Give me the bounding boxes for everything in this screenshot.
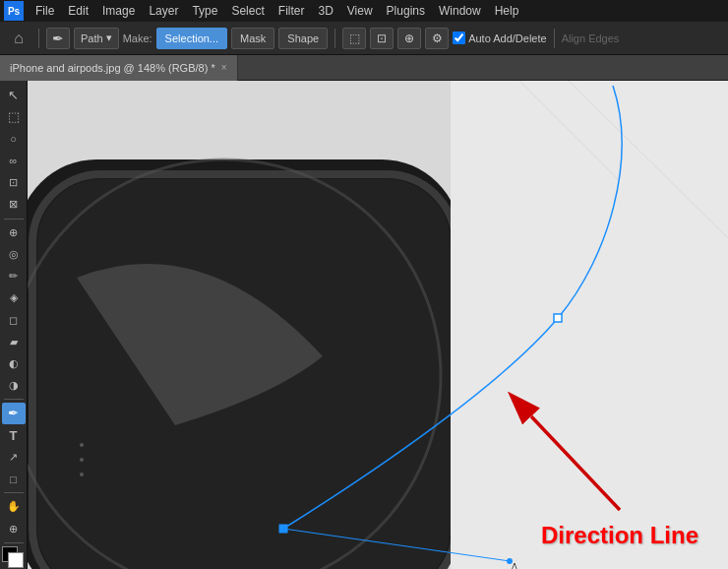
- menu-plugins[interactable]: Plugins: [381, 2, 431, 20]
- blur-btn[interactable]: ◐: [2, 353, 26, 374]
- stamp-btn[interactable]: ◈: [2, 287, 26, 308]
- color-swatches[interactable]: [2, 546, 26, 565]
- type-btn[interactable]: T: [2, 425, 26, 446]
- ps-logo: Ps: [4, 1, 24, 21]
- shape-btn[interactable]: □: [2, 469, 26, 489]
- menu-view[interactable]: View: [341, 2, 379, 20]
- red-arrow-annotation: [502, 392, 630, 520]
- menu-layer[interactable]: Layer: [143, 2, 184, 20]
- menu-type[interactable]: Type: [186, 2, 223, 20]
- menu-help[interactable]: Help: [489, 2, 525, 20]
- path-selection-btn[interactable]: ↗: [2, 447, 26, 468]
- svg-point-6: [80, 458, 84, 462]
- heal-btn[interactable]: ◎: [2, 244, 26, 265]
- menu-3d[interactable]: 3D: [312, 2, 338, 20]
- hand-btn[interactable]: ✋: [2, 496, 26, 517]
- svg-point-5: [80, 443, 84, 447]
- left-toolbar: ↖ ⬚ ○ ∞ ⊡ ⊠ ⊕ ◎ ✏ ◈ ◻ ▰ ◐ ◑ ✒ T ↗ □ ✋ ⊕: [0, 81, 28, 569]
- main-area: ↖ ⬚ ○ ∞ ⊡ ⊠ ⊕ ◎ ✏ ◈ ◻ ▰ ◐ ◑ ✒ T ↗ □ ✋ ⊕: [0, 81, 728, 569]
- lt-sep-3: [4, 492, 24, 493]
- separator-2: [334, 29, 335, 48]
- transform-icon-3[interactable]: ⊕: [397, 28, 421, 49]
- mask-button[interactable]: Mask: [231, 28, 274, 49]
- tab-title: iPhone and airpods.jpg @ 148% (RGB/8) *: [10, 62, 215, 74]
- brush-btn[interactable]: ✏: [2, 266, 26, 286]
- move-tool-btn[interactable]: ↖: [2, 85, 26, 105]
- lt-sep-1: [4, 219, 24, 220]
- quick-selection-btn[interactable]: ⊡: [2, 172, 26, 193]
- lt-sep-4: [4, 542, 24, 543]
- auto-add-delete-group: Auto Add/Delete: [453, 32, 547, 44]
- make-label: Make:: [123, 32, 152, 44]
- transform-icon-2[interactable]: ⊡: [370, 28, 394, 49]
- document-tab[interactable]: iPhone and airpods.jpg @ 148% (RGB/8) * …: [0, 55, 238, 81]
- canvas-area: Direction Line: [28, 81, 728, 569]
- separator-1: [38, 29, 39, 48]
- lasso-btn[interactable]: ∞: [2, 151, 26, 171]
- menu-edit[interactable]: Edit: [62, 2, 94, 20]
- zoom-btn[interactable]: ⊕: [2, 518, 26, 538]
- svg-point-7: [80, 473, 84, 476]
- menu-bar: Ps File Edit Image Layer Type Select Fil…: [0, 0, 728, 22]
- auto-add-delete-label: Auto Add/Delete: [468, 32, 547, 44]
- tab-close-button[interactable]: ×: [221, 62, 227, 73]
- menu-window[interactable]: Window: [433, 2, 487, 20]
- elliptical-marquee-btn[interactable]: ○: [2, 129, 26, 150]
- menu-file[interactable]: File: [30, 2, 60, 20]
- svg-line-17: [531, 416, 620, 510]
- separator-3: [554, 29, 555, 48]
- lt-sep-2: [4, 399, 24, 400]
- shape-button[interactable]: Shape: [278, 28, 328, 49]
- pen-tool-btn[interactable]: ✒: [2, 403, 26, 423]
- menu-image[interactable]: Image: [96, 2, 141, 20]
- auto-add-delete-checkbox[interactable]: [453, 32, 465, 44]
- crop-btn[interactable]: ⊠: [2, 194, 26, 215]
- gear-icon[interactable]: ⚙: [425, 28, 449, 49]
- pen-tool-icon[interactable]: ✒: [46, 28, 70, 49]
- selection-button[interactable]: Selection...: [156, 28, 227, 49]
- transform-icon-1[interactable]: ⬚: [342, 28, 366, 49]
- align-edges-label: Align Edges: [562, 32, 620, 44]
- path-dropdown[interactable]: Path ▾: [74, 28, 119, 49]
- tab-bar: iPhone and airpods.jpg @ 148% (RGB/8) * …: [0, 55, 728, 81]
- menu-select[interactable]: Select: [225, 2, 270, 20]
- home-button[interactable]: ⌂: [6, 26, 31, 51]
- eraser-btn[interactable]: ◻: [2, 309, 26, 330]
- rectangular-marquee-btn[interactable]: ⬚: [2, 106, 26, 127]
- menu-filter[interactable]: Filter: [273, 2, 311, 20]
- eyedropper-btn[interactable]: ⊕: [2, 221, 26, 242]
- options-toolbar: ⌂ ✒ Path ▾ Make: Selection... Mask Shape…: [0, 22, 728, 55]
- gradient-btn[interactable]: ▰: [2, 332, 26, 352]
- dodge-btn[interactable]: ◑: [2, 375, 26, 396]
- direction-line-label: Direction Line: [541, 522, 698, 549]
